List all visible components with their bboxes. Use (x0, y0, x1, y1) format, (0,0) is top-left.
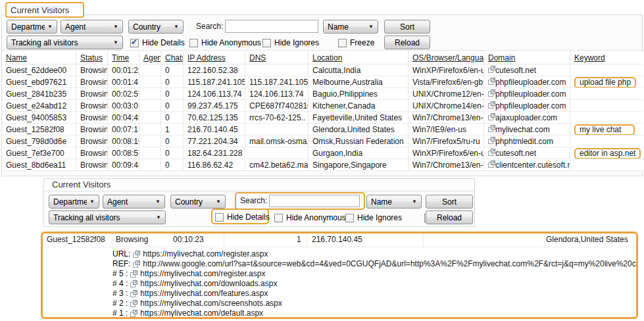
sort-by-dropdown[interactable]: Name▼ (366, 195, 422, 209)
hide-details-checkbox[interactable]: Hide Details (130, 37, 185, 49)
table-row[interactable]: Guest_e24abd12 Browsing 00:03:01 0 99.23… (2, 100, 643, 112)
hide-ignores-checkbox[interactable]: Hide Ignores (262, 37, 319, 49)
hide-anonymous-checkbox[interactable]: Hide Anonymous (274, 212, 346, 224)
table-row[interactable]: Guest_7ef3e700 Browsing 00:08:57 0 182.6… (2, 147, 643, 159)
reload-button[interactable]: Reload (426, 210, 473, 224)
hide-details-checkbox[interactable]: Hide Details (215, 211, 270, 223)
visitor-domain[interactable]: clientcenter.cutesoft.net (484, 159, 570, 170)
visitor-time: 00:01:47 (108, 76, 139, 87)
open-new-window-icon (133, 260, 140, 268)
table-row[interactable]: Guest_8bd6ea11 Browsing 00:09:48 0 116.8… (2, 159, 643, 171)
visitor-keyword (570, 64, 643, 76)
column-header-status[interactable]: Status (76, 51, 108, 64)
visitor-os: Win7/IE9/en-us (409, 124, 484, 135)
freeze-checkbox[interactable]: Freeze (338, 37, 374, 49)
visitors-panel-bottom: Current Visitors Department▼ Agent▼ Coun… (43, 178, 475, 227)
visitor-dns: cm42.beta62.ma.. (245, 159, 309, 170)
visitor-domain[interactable]: cutesoft.net (484, 147, 570, 159)
visitor-time: 00:04:45 (108, 112, 139, 123)
sort-button[interactable]: Sort (384, 20, 430, 34)
agent-dropdown[interactable]: Agent▼ (103, 195, 165, 209)
visitor-name: Guest_8bd6ea11 (2, 159, 76, 170)
column-header-ip[interactable]: IP Address (184, 51, 245, 64)
visitors-table: Name Status Time Agent Chats IP Address … (2, 51, 643, 171)
table-row[interactable]: Guest_798d0d6e Browsing 00:08:16 0 77.22… (2, 136, 643, 147)
detail-visitor-row[interactable]: Guest_12582f08 Browsing 00:10:23 1 216.7… (43, 234, 636, 247)
table-row[interactable]: Guest_2841b235 Browsing 00:02:57 0 124.1… (2, 88, 643, 100)
visitor-os: Win7/Firefox5/ru-ru (409, 136, 484, 147)
visitor-domain[interactable]: phphtmledit.com (484, 136, 570, 147)
visitor-time: 00:07:17 (108, 124, 139, 135)
history-url[interactable]: https://mylivechat.com/register.aspx (143, 249, 268, 259)
open-new-window-icon (130, 280, 137, 287)
column-header-time[interactable]: Time (108, 51, 139, 64)
history-label: # 3 : (112, 289, 128, 299)
visitor-keyword: my live chat (570, 124, 643, 135)
visitor-domain[interactable]: phpfileuploader.com (484, 88, 570, 99)
open-new-window-icon (488, 78, 495, 85)
department-dropdown[interactable]: Department▼ (7, 20, 57, 34)
checkbox-icon (338, 39, 347, 47)
checkbox-icon (215, 213, 224, 222)
visitor-chats: 1 (161, 124, 184, 135)
visitor-domain[interactable]: cutesoft.net (484, 64, 570, 76)
hide-ignores-checkbox[interactable]: Hide Ignores (345, 212, 402, 224)
visitor-os: Vista/Firefox6/en-gb (409, 76, 484, 87)
visitor-chats: 0 (161, 88, 184, 99)
visitor-chats: 0 (161, 112, 184, 123)
column-header-name[interactable]: Name (2, 51, 76, 64)
table-row[interactable]: Guest_62ddee00 Browsing 00:01:22 0 122.1… (2, 64, 643, 76)
open-new-window-icon (488, 125, 495, 132)
column-header-domain[interactable]: Domain (484, 51, 570, 64)
visitor-status: Browsing (76, 136, 108, 147)
visitor-domain[interactable]: phpfileuploader.com (484, 100, 570, 111)
visitor-agent (139, 159, 161, 170)
search-input[interactable] (225, 20, 318, 33)
open-new-window-icon (488, 101, 495, 109)
history-url[interactable]: https://mylivechat.com/screenshots.aspx (140, 299, 282, 309)
visitor-name: Guest_12582f08 (47, 235, 105, 244)
visitor-agent (139, 76, 161, 87)
agent-dropdown[interactable]: Agent▼ (61, 20, 123, 34)
visitor-os: UNIX/Chrome14/en-us (409, 100, 484, 111)
table-row[interactable]: Guest_94005853 Browsing 00:04:45 0 70.62… (2, 112, 643, 124)
tracking-dropdown[interactable]: Tracking all visitors▼ (49, 210, 166, 224)
history-url[interactable]: https://mylivechat.com/downloads.aspx (140, 279, 277, 289)
chevron-down-icon: ▼ (216, 199, 221, 205)
visitor-domain[interactable]: ajaxuploader.com (484, 112, 570, 123)
reload-button[interactable]: Reload (384, 36, 430, 49)
column-header-chats[interactable]: Chats (161, 51, 184, 64)
chevron-down-icon: ▼ (47, 24, 53, 30)
tracking-dropdown[interactable]: Tracking all visitors▼ (7, 36, 123, 49)
visitor-domain[interactable]: mylivechat.com (484, 124, 570, 135)
search-input[interactable] (269, 195, 360, 207)
department-dropdown[interactable]: Department▼ (49, 195, 99, 209)
sort-by-dropdown[interactable]: Name▼ (323, 20, 378, 34)
column-header-location[interactable]: Location (309, 51, 409, 64)
history-label: # 2 : (112, 299, 128, 309)
panel-title-top: Current Visitors (5, 2, 84, 18)
column-header-agent[interactable]: Agent (139, 51, 161, 64)
history-url[interactable]: https://mylivechat.com/features.aspx (140, 289, 268, 299)
hide-anonymous-checkbox[interactable]: Hide Anonymous (189, 37, 261, 49)
visitor-status: Browsing (116, 235, 148, 244)
column-header-os[interactable]: OS/Browser/Language (409, 51, 484, 64)
country-dropdown[interactable]: Country▼ (170, 195, 226, 209)
visitor-monitor-screen: Current Visitors Department▼ Agent▼ Coun… (0, 0, 644, 321)
history-url[interactable]: https://mylivechat.com/default.aspx (140, 309, 263, 318)
visitor-status: Browsing (76, 112, 108, 123)
column-header-keyword[interactable]: Keyword (570, 51, 643, 64)
country-dropdown[interactable]: Country▼ (128, 20, 184, 34)
visitor-keyword (570, 136, 643, 147)
table-row[interactable]: Guest_ebd97621 Browsing 00:01:47 0 115.1… (2, 76, 643, 88)
open-new-window-icon (488, 125, 495, 132)
history-url[interactable]: http://www.google.com/url?sa=t&source=we… (143, 259, 636, 269)
chevron-down-icon: ▼ (156, 214, 161, 220)
sort-button[interactable]: Sort (426, 195, 473, 209)
visitor-chats: 1 (297, 235, 301, 244)
history-url[interactable]: https://mylivechat.com/register.aspx (140, 269, 265, 279)
visitor-domain[interactable]: phpfileuploader.com (484, 76, 570, 87)
column-header-dns[interactable]: DNS (245, 51, 309, 64)
table-row[interactable]: Guest_12582f08 Browsing 00:07:17 1 216.7… (2, 124, 643, 136)
visitor-ip: 116.86.62.42 (184, 159, 245, 170)
